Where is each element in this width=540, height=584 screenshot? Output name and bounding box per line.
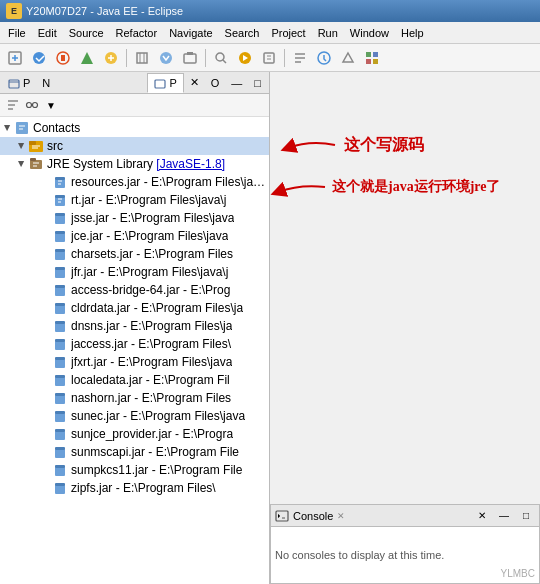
toolbar-btn-6[interactable]: [131, 47, 153, 69]
svg-rect-55: [55, 449, 65, 458]
toolbar-btn-12[interactable]: [289, 47, 311, 69]
menu-source[interactable]: Source: [63, 25, 110, 41]
tree-item-sumpkcs11-jar[interactable]: ▶ sumpkcs11.jar - E:\Program File: [0, 461, 269, 479]
console-minimize-btn[interactable]: —: [495, 507, 513, 525]
tree-item-sunec-jar[interactable]: ▶ sunec.jar - E:\Program Files\java: [0, 407, 269, 425]
tree-item-jce-jar[interactable]: ▶ jce.jar - E:\Program Files\java: [0, 227, 269, 245]
tree-item-access-bridge-jar[interactable]: ▶ access-bridge-64.jar - E:\Prog: [0, 281, 269, 299]
jar-nashorn-icon: [52, 390, 68, 406]
collapse-all-btn[interactable]: [4, 96, 22, 114]
svg-point-18: [27, 103, 32, 108]
tab-package-explorer-active[interactable]: P: [147, 73, 183, 93]
console-title: Console: [293, 510, 333, 522]
svg-rect-49: [55, 395, 65, 404]
toolbar-btn-3[interactable]: [52, 47, 74, 69]
svg-point-8: [216, 53, 224, 61]
tree-item-dnsns-jar[interactable]: ▶ dnsns.jar - E:\Program Files\ja: [0, 317, 269, 335]
jre-label: JRE System Library [JavaSE-1.8]: [47, 157, 225, 171]
menu-bar: File Edit Source Refactor Navigate Searc…: [0, 22, 540, 44]
svg-rect-50: [55, 393, 65, 396]
svg-rect-36: [55, 267, 65, 270]
toolbar-btn-1[interactable]: [4, 47, 26, 69]
tree-item-sunjce-jar[interactable]: ▶ sunjce_provider.jar - E:\Progra: [0, 425, 269, 443]
contacts-icon: [14, 120, 30, 136]
tree-item-jfxrt-jar[interactable]: ▶ jfxrt.jar - E:\Program Files\java: [0, 353, 269, 371]
tree-item-zipfs-jar[interactable]: ▶ zipfs.jar - E:\Program Files\: [0, 479, 269, 497]
toolbar-btn-11[interactable]: [258, 47, 280, 69]
console-close-btn[interactable]: ✕: [473, 507, 491, 525]
toolbar-separator-3: [284, 49, 285, 67]
menu-edit[interactable]: Edit: [32, 25, 63, 41]
tree-item-jfr-jar[interactable]: ▶ jfr.jar - E:\Program Files\java\j: [0, 263, 269, 281]
tree-item-jaccess-jar[interactable]: ▶ jaccess.jar - E:\Program Files\: [0, 335, 269, 353]
toolbar-btn-10[interactable]: [234, 47, 256, 69]
src-arrow-svg: [280, 130, 340, 160]
tree-item-contacts[interactable]: ▶ Contacts: [0, 119, 269, 137]
toolbar-separator-2: [205, 49, 206, 67]
zipfs-jar-label: zipfs.jar - E:\Program Files\: [71, 481, 216, 495]
menu-file[interactable]: File: [2, 25, 32, 41]
menu-navigate[interactable]: Navigate: [163, 25, 218, 41]
console-maximize-btn[interactable]: □: [517, 507, 535, 525]
toolbar-btn-2[interactable]: [28, 47, 50, 69]
jar-jfr-icon: [52, 264, 68, 280]
tab-package-explorer-1[interactable]: P: [2, 73, 36, 93]
tree-item-resources-jar[interactable]: ▶ resources.jar - E:\Program Files\java\…: [0, 173, 269, 191]
tree-item-charsets-jar[interactable]: ▶ charsets.jar - E:\Program Files: [0, 245, 269, 263]
tree-item-localedata-jar[interactable]: ▶ localedata.jar - E:\Program Fil: [0, 371, 269, 389]
main-layout: P N P ✕ O — □ ▼: [0, 72, 540, 584]
svg-rect-45: [55, 359, 65, 368]
svg-rect-12: [366, 52, 371, 57]
tree-item-src[interactable]: ▶ src: [0, 137, 269, 155]
toolbar-btn-8[interactable]: [179, 47, 201, 69]
menu-search[interactable]: Search: [219, 25, 266, 41]
svg-rect-31: [55, 233, 65, 242]
svg-rect-3: [61, 55, 65, 61]
toolbar-btn-15[interactable]: [361, 47, 383, 69]
menu-run[interactable]: Run: [312, 25, 344, 41]
tree-item-sunmscapi-jar[interactable]: ▶ sunmscapi.jar - E:\Program File: [0, 443, 269, 461]
title-bar: E Y20M07D27 - Java EE - Eclipse: [0, 0, 540, 22]
project-tree[interactable]: ▶ Contacts ▶ src ▶ JRE System: [0, 117, 269, 584]
panel-toolbar: ▼: [0, 94, 269, 117]
jar-sunmscapi-icon: [52, 444, 68, 460]
tab-maximize[interactable]: □: [248, 73, 267, 93]
tree-item-rt-jar[interactable]: ▶ rt.jar - E:\Program Files\java\j: [0, 191, 269, 209]
tree-arrow-jce: ▶: [40, 230, 52, 242]
tree-arrow-sunmscapi: ▶: [40, 446, 52, 458]
access-bridge-jar-label: access-bridge-64.jar - E:\Prog: [71, 283, 230, 297]
link-editor-btn[interactable]: [23, 96, 41, 114]
toolbar-btn-9[interactable]: [210, 47, 232, 69]
resources-jar-label: resources.jar - E:\Program Files\java\j: [71, 175, 267, 189]
tree-item-nashorn-jar[interactable]: ▶ nashorn.jar - E:\Program Files: [0, 389, 269, 407]
tab-label-p2: P: [169, 77, 176, 89]
svg-rect-59: [55, 485, 65, 494]
toolbar-btn-13[interactable]: [313, 47, 335, 69]
toolbar-btn-14[interactable]: [337, 47, 359, 69]
tab-outline[interactable]: O: [205, 73, 226, 93]
tree-item-cldrdata-jar[interactable]: ▶ cldrdata.jar - E:\Program Files\ja: [0, 299, 269, 317]
toolbar-btn-7[interactable]: [155, 47, 177, 69]
toolbar-btn-4[interactable]: [76, 47, 98, 69]
tab-close[interactable]: ✕: [184, 73, 205, 93]
menu-help[interactable]: Help: [395, 25, 430, 41]
svg-rect-56: [55, 447, 65, 450]
svg-rect-60: [55, 483, 65, 486]
tree-arrow-charsets: ▶: [40, 248, 52, 260]
jar-cldrdata-icon: [52, 300, 68, 316]
tree-item-jsse-jar[interactable]: ▶ jsse.jar - E:\Program Files\java: [0, 209, 269, 227]
toolbar-btn-5[interactable]: [100, 47, 122, 69]
tab-minimize[interactable]: —: [225, 73, 248, 93]
jre-icon: [28, 156, 44, 172]
view-menu-btn[interactable]: ▼: [42, 96, 60, 114]
svg-rect-15: [373, 59, 378, 64]
tree-arrow-access-bridge: ▶: [40, 284, 52, 296]
menu-refactor[interactable]: Refactor: [110, 25, 164, 41]
tree-item-jre[interactable]: ▶ JRE System Library [JavaSE-1.8]: [0, 155, 269, 173]
svg-rect-52: [55, 411, 65, 414]
tree-arrow-contacts: ▶: [2, 122, 14, 134]
jar-localedata-icon: [52, 372, 68, 388]
menu-window[interactable]: Window: [344, 25, 395, 41]
tab-navigator[interactable]: N: [36, 73, 56, 93]
menu-project[interactable]: Project: [265, 25, 311, 41]
